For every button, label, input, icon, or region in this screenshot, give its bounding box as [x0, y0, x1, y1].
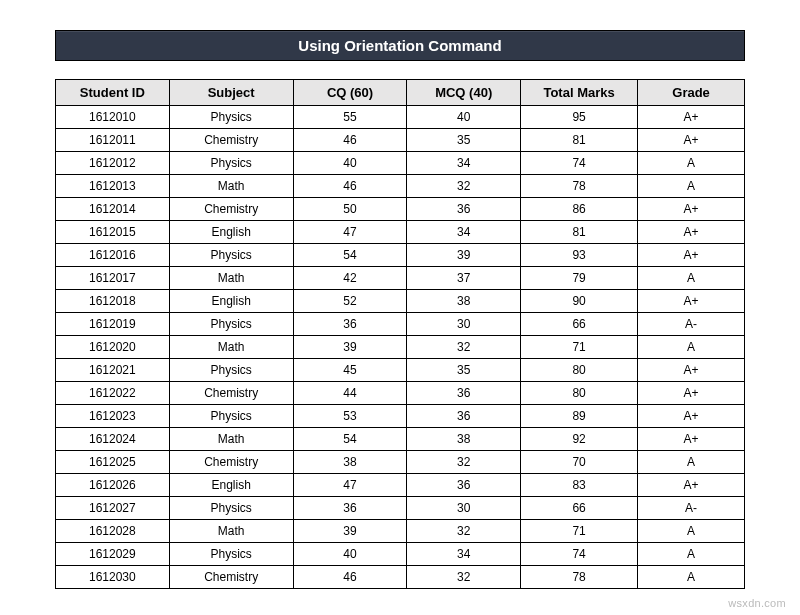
- cell-total[interactable]: 80: [521, 382, 638, 405]
- cell-subject[interactable]: Math: [169, 175, 293, 198]
- cell-mcq[interactable]: 38: [407, 428, 521, 451]
- cell-grade[interactable]: A: [638, 175, 745, 198]
- col-header-cq[interactable]: CQ (60): [293, 80, 407, 106]
- cell-total[interactable]: 74: [521, 543, 638, 566]
- cell-total[interactable]: 78: [521, 566, 638, 589]
- cell-subject[interactable]: English: [169, 290, 293, 313]
- cell-grade[interactable]: A: [638, 566, 745, 589]
- cell-grade[interactable]: A+: [638, 405, 745, 428]
- cell-subject[interactable]: Chemistry: [169, 129, 293, 152]
- cell-grade[interactable]: A+: [638, 474, 745, 497]
- cell-grade[interactable]: A+: [638, 129, 745, 152]
- cell-student-id[interactable]: 1612018: [56, 290, 170, 313]
- table-row[interactable]: 1612025Chemistry383270A: [56, 451, 745, 474]
- table-row[interactable]: 1612020Math393271A: [56, 336, 745, 359]
- cell-mcq[interactable]: 39: [407, 244, 521, 267]
- cell-subject[interactable]: Physics: [169, 106, 293, 129]
- table-row[interactable]: 1612016Physics543993A+: [56, 244, 745, 267]
- cell-student-id[interactable]: 1612021: [56, 359, 170, 382]
- cell-total[interactable]: 90: [521, 290, 638, 313]
- cell-total[interactable]: 95: [521, 106, 638, 129]
- cell-total[interactable]: 70: [521, 451, 638, 474]
- cell-grade[interactable]: A+: [638, 221, 745, 244]
- cell-student-id[interactable]: 1612012: [56, 152, 170, 175]
- cell-mcq[interactable]: 32: [407, 520, 521, 543]
- cell-total[interactable]: 66: [521, 313, 638, 336]
- table-row[interactable]: 1612012Physics403474A: [56, 152, 745, 175]
- cell-total[interactable]: 66: [521, 497, 638, 520]
- cell-total[interactable]: 81: [521, 129, 638, 152]
- table-row[interactable]: 1612026English473683A+: [56, 474, 745, 497]
- cell-cq[interactable]: 39: [293, 520, 407, 543]
- table-row[interactable]: 1612021Physics453580A+: [56, 359, 745, 382]
- col-header-total[interactable]: Total Marks: [521, 80, 638, 106]
- cell-mcq[interactable]: 38: [407, 290, 521, 313]
- cell-mcq[interactable]: 34: [407, 221, 521, 244]
- table-row[interactable]: 1612023Physics533689A+: [56, 405, 745, 428]
- cell-cq[interactable]: 53: [293, 405, 407, 428]
- cell-mcq[interactable]: 40: [407, 106, 521, 129]
- cell-total[interactable]: 93: [521, 244, 638, 267]
- cell-total[interactable]: 71: [521, 520, 638, 543]
- cell-student-id[interactable]: 1612015: [56, 221, 170, 244]
- cell-mcq[interactable]: 34: [407, 543, 521, 566]
- cell-total[interactable]: 74: [521, 152, 638, 175]
- cell-total[interactable]: 92: [521, 428, 638, 451]
- table-row[interactable]: 1612018English523890A+: [56, 290, 745, 313]
- table-row[interactable]: 1612011Chemistry463581A+: [56, 129, 745, 152]
- cell-student-id[interactable]: 1612017: [56, 267, 170, 290]
- cell-subject[interactable]: Physics: [169, 152, 293, 175]
- cell-cq[interactable]: 46: [293, 175, 407, 198]
- cell-mcq[interactable]: 35: [407, 129, 521, 152]
- cell-total[interactable]: 71: [521, 336, 638, 359]
- cell-subject[interactable]: Physics: [169, 543, 293, 566]
- cell-grade[interactable]: A+: [638, 198, 745, 221]
- cell-student-id[interactable]: 1612013: [56, 175, 170, 198]
- cell-total[interactable]: 81: [521, 221, 638, 244]
- cell-mcq[interactable]: 32: [407, 175, 521, 198]
- cell-mcq[interactable]: 36: [407, 198, 521, 221]
- col-header-student-id[interactable]: Student ID: [56, 80, 170, 106]
- table-row[interactable]: 1612019Physics363066A-: [56, 313, 745, 336]
- table-row[interactable]: 1612030Chemistry463278A: [56, 566, 745, 589]
- cell-mcq[interactable]: 32: [407, 451, 521, 474]
- cell-grade[interactable]: A: [638, 520, 745, 543]
- cell-cq[interactable]: 44: [293, 382, 407, 405]
- cell-grade[interactable]: A+: [638, 359, 745, 382]
- cell-cq[interactable]: 36: [293, 497, 407, 520]
- cell-cq[interactable]: 36: [293, 313, 407, 336]
- cell-mcq[interactable]: 30: [407, 313, 521, 336]
- cell-student-id[interactable]: 1612020: [56, 336, 170, 359]
- cell-total[interactable]: 89: [521, 405, 638, 428]
- table-row[interactable]: 1612010Physics554095A+: [56, 106, 745, 129]
- cell-mcq[interactable]: 36: [407, 474, 521, 497]
- cell-total[interactable]: 79: [521, 267, 638, 290]
- cell-mcq[interactable]: 36: [407, 382, 521, 405]
- table-row[interactable]: 1612022Chemistry443680A+: [56, 382, 745, 405]
- cell-cq[interactable]: 40: [293, 543, 407, 566]
- cell-grade[interactable]: A-: [638, 497, 745, 520]
- cell-student-id[interactable]: 1612014: [56, 198, 170, 221]
- cell-subject[interactable]: English: [169, 221, 293, 244]
- cell-grade[interactable]: A: [638, 336, 745, 359]
- table-row[interactable]: 1612028Math393271A: [56, 520, 745, 543]
- cell-subject[interactable]: Chemistry: [169, 566, 293, 589]
- cell-student-id[interactable]: 1612023: [56, 405, 170, 428]
- cell-mcq[interactable]: 30: [407, 497, 521, 520]
- cell-grade[interactable]: A: [638, 543, 745, 566]
- cell-subject[interactable]: Physics: [169, 497, 293, 520]
- cell-cq[interactable]: 46: [293, 566, 407, 589]
- cell-cq[interactable]: 54: [293, 428, 407, 451]
- table-row[interactable]: 1612013Math463278A: [56, 175, 745, 198]
- table-row[interactable]: 1612017Math423779A: [56, 267, 745, 290]
- table-row[interactable]: 1612029Physics403474A: [56, 543, 745, 566]
- cell-subject[interactable]: Math: [169, 336, 293, 359]
- cell-mcq[interactable]: 32: [407, 336, 521, 359]
- cell-total[interactable]: 78: [521, 175, 638, 198]
- cell-cq[interactable]: 40: [293, 152, 407, 175]
- table-row[interactable]: 1612024Math543892A+: [56, 428, 745, 451]
- cell-total[interactable]: 83: [521, 474, 638, 497]
- cell-subject[interactable]: Math: [169, 520, 293, 543]
- cell-grade[interactable]: A+: [638, 382, 745, 405]
- col-header-mcq[interactable]: MCQ (40): [407, 80, 521, 106]
